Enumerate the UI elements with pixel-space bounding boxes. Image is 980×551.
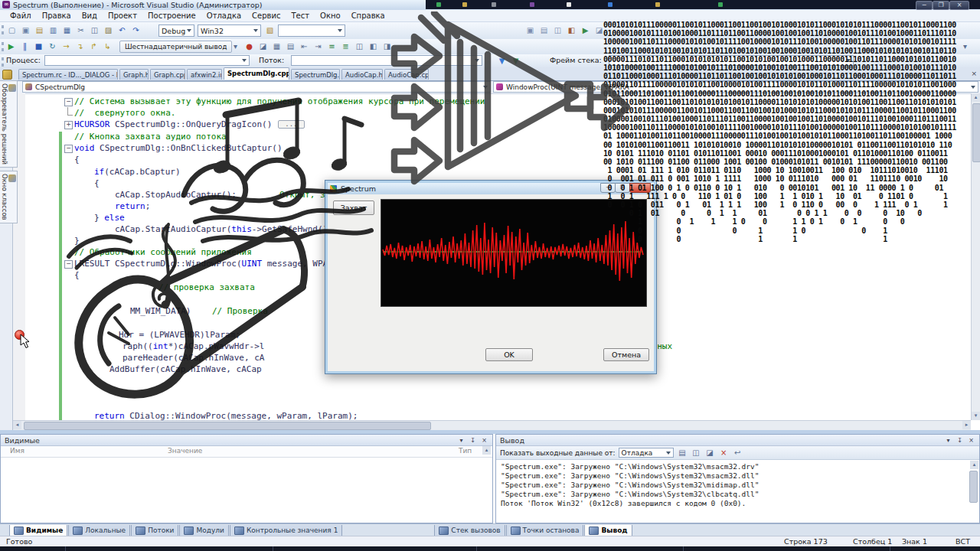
menu-2[interactable]: Вид [77,11,103,21]
output-scroll-thumb[interactable] [969,471,978,503]
capture-button[interactable]: Захват [333,201,374,215]
dialog-maximize-button[interactable]: ❐ [615,183,630,193]
fold-marker-icon[interactable]: − [64,98,73,106]
scroll-up-icon[interactable]: ▴ [972,93,980,102]
new-file-icon[interactable]: ▢ [6,24,18,36]
properties-window-icon[interactable]: ▤ [538,24,550,36]
continue-icon[interactable]: ▶ [5,41,17,52]
fold-marker-icon[interactable]: − [64,145,73,153]
menu-6[interactable]: Сервис [247,11,286,21]
indent-decrease-icon[interactable]: ⇤ [299,41,310,52]
command-window-icon[interactable]: ◪ [593,24,605,36]
doc-tab-1[interactable]: Graph.h [119,69,149,80]
panel-menu-icon[interactable]: ▾ [944,437,952,444]
output-text[interactable]: "Spectrum.exe": Загружено "C:\Windows\Sy… [496,460,979,508]
autos-panel-titlebar[interactable]: Видимые ▾ ↧ × [1,435,492,446]
fold-marker-icon[interactable]: − [64,260,73,269]
editor-vscrollbar[interactable]: ▴ ▾ [971,93,980,420]
fold-marker-icon[interactable]: + [64,121,73,129]
scroll-left-icon[interactable]: ◂ [13,421,21,429]
output-source-combo[interactable]: Отладка [619,448,674,458]
scroll-down-icon[interactable]: ▾ [972,412,980,420]
add-item-icon[interactable]: ▣ [20,24,31,36]
menu-0[interactable]: Файл [5,11,37,21]
menu-7[interactable]: Тест [286,11,315,21]
toggle-word-wrap-icon[interactable]: ↩ [732,447,743,458]
undo-icon[interactable]: ↶ [116,24,128,36]
memory-window-icon[interactable]: ▦ [271,41,283,52]
autos-scroll-up-icon[interactable]: ▴ [482,446,491,455]
uncomment-selection-icon[interactable]: ≣ [340,41,351,52]
step-out-icon[interactable]: ↳ [102,41,113,52]
panel-close-icon[interactable]: × [967,437,975,444]
editor-hscrollbar[interactable]: ◂ ▸ [13,420,971,430]
window-minimize-button[interactable]: − [916,1,933,10]
goto-message-icon[interactable]: ▤ [677,447,688,458]
bottom-tab-left-4[interactable]: Контрольные значения 1 [230,525,342,536]
window-close-button[interactable]: × [949,1,969,10]
menu-1[interactable]: Правка [37,11,77,21]
hscroll-thumb[interactable] [24,422,431,430]
process-combo[interactable] [44,55,250,66]
registers-icon[interactable]: ▤ [285,41,296,52]
break-all-icon[interactable]: ‖ [19,41,31,52]
menu-9[interactable]: Справка [346,11,390,21]
bottom-tab-left-0[interactable]: Видимые [9,525,67,536]
menu-5[interactable]: Отладка [201,11,247,21]
redo-icon[interactable]: ↷ [130,24,142,36]
output-panel-titlebar[interactable]: Вывод ▾ ↧ × [496,435,979,446]
spectrum-dialog[interactable]: Spectrum − ❐ × Захват OK Отмена [325,180,657,374]
goto-prev-message-icon[interactable]: ◫ [691,447,702,458]
ok-button[interactable]: OK [485,348,533,361]
object-browser-icon[interactable]: ◫ [552,24,564,36]
save-all-icon[interactable]: ▦ [61,24,73,36]
column-name[interactable]: Имя [10,447,24,455]
show-next-statement-icon[interactable]: → [60,41,72,52]
hex-display-toggle[interactable]: Шестнадцатеричный вывод [119,41,232,53]
tabwell-dropdown-icon[interactable]: ▾ [959,41,971,52]
stack-frame-combo[interactable] [609,55,854,66]
restart-icon[interactable]: ↻ [47,41,58,52]
menu-3[interactable]: Проект [103,11,142,21]
panel-close-icon[interactable]: × [480,437,488,444]
type-dropdown[interactable]: CSpectrumDlg [22,81,491,93]
bookmark-next-icon[interactable]: ◧ [368,41,379,52]
dialog-minimize-button[interactable]: − [600,183,616,193]
bottom-tab-left-1[interactable]: Локальные [68,525,130,536]
doc-tab-2[interactable]: Graph.cpp [150,69,185,80]
bottom-tab-left-2[interactable]: Потоки [131,525,178,536]
doc-tab-3[interactable]: afxwin2.inl [187,69,222,80]
solution-explorer-icon[interactable]: ▣ [524,24,536,36]
thread-combo[interactable] [291,55,482,66]
toolbox-icon[interactable]: ◧ [566,24,577,36]
panel-pin-icon[interactable]: ↧ [469,437,477,444]
panel-pin-icon[interactable]: ↧ [956,437,964,444]
doc-tab-4[interactable]: SpectrumDlg.cpp [224,67,289,80]
menu-4[interactable]: Построение [142,11,201,21]
output-scroll-up-icon[interactable]: ▴ [970,461,978,469]
save-icon[interactable]: ▥ [47,24,59,36]
doc-tab-6[interactable]: AudioCap.h [341,69,383,80]
clear-output-icon[interactable]: × [718,447,730,458]
copy-icon[interactable]: ◫ [89,24,100,36]
solution-config-combo[interactable]: Debug [158,24,194,37]
stop-debugging-icon[interactable]: ■ [33,41,44,52]
bottom-tab-right-0[interactable]: Стек вызовов [434,525,505,536]
open-file-icon[interactable]: ▤ [34,24,45,36]
doc-tab-7[interactable]: AudioCap.cpp [384,69,429,80]
comment-selection-icon[interactable]: ≡ [326,41,338,52]
autos-column-headers[interactable]: Имя Значение Тип ▴ [1,446,492,458]
bottom-tab-right-1[interactable]: Точки останова [506,525,584,536]
window-restore-button[interactable]: ❐ [933,1,949,10]
scroll-right-icon[interactable]: ▸ [962,421,971,429]
bottom-tab-right-2[interactable]: Вывод [584,525,632,536]
find-combo[interactable] [278,24,345,37]
collapsed-region-box[interactable]: ... [278,120,304,129]
doc-tab-0[interactable]: Spectrum.rc - ID..._DIALOG - Dialog [18,69,118,80]
member-dropdown[interactable]: WindowProc(UINT message, WPARA [493,81,978,93]
paste-icon[interactable]: ▨ [103,24,114,36]
cancel-button[interactable]: Отмена [603,348,649,361]
dialog-close-button[interactable]: × [629,183,651,193]
indent-increase-icon[interactable]: ⇥ [312,41,324,52]
menu-8[interactable]: Окно [315,11,346,21]
